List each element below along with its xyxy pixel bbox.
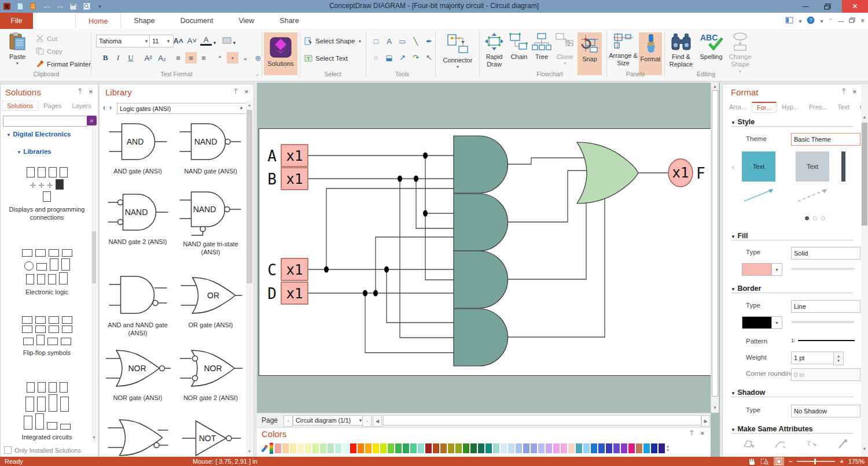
solutions-pin-icon[interactable]: ⍑ xyxy=(78,88,82,95)
tab-home[interactable]: Home xyxy=(75,13,121,29)
color-swatch[interactable] xyxy=(477,443,485,454)
solutions-scrollbar-thumb[interactable] xyxy=(92,231,96,283)
format-scrollbar[interactable]: ▲ ▼ xyxy=(861,84,868,457)
shrink-font-button[interactable]: A˅ xyxy=(186,35,198,46)
tab-presentation[interactable]: Pres... xyxy=(804,102,833,113)
color-swatch[interactable] xyxy=(289,443,297,454)
hscroll-right-icon[interactable]: ▶ xyxy=(701,415,710,427)
theme-card-3-sliver[interactable] xyxy=(841,151,845,182)
color-swatch[interactable] xyxy=(350,443,357,454)
color-swatch[interactable] xyxy=(432,443,440,454)
tab-text[interactable]: Text xyxy=(833,102,855,113)
align-bottom-button[interactable]: ⹀ xyxy=(240,53,251,65)
align-right-button[interactable]: ≡ xyxy=(198,52,209,64)
fill-color-picker[interactable]: ▼ xyxy=(742,263,782,276)
color-swatch[interactable] xyxy=(658,443,665,454)
color-swatch[interactable] xyxy=(605,443,613,454)
color-swatch[interactable] xyxy=(402,443,410,454)
font-color-dropdown-icon[interactable]: ▼ xyxy=(212,37,218,49)
format-pin-icon[interactable]: ⍑ xyxy=(842,88,846,95)
scroll-up-icon[interactable]: ▴ xyxy=(246,101,253,108)
border-type-combo[interactable]: Line xyxy=(791,300,860,313)
color-swatch[interactable] xyxy=(312,443,319,454)
color-swatch[interactable] xyxy=(620,443,628,454)
color-swatch[interactable] xyxy=(274,443,282,454)
color-swatch[interactable] xyxy=(447,443,455,454)
zoom-in-icon[interactable]: + xyxy=(840,458,843,465)
drawing-page[interactable]: A x1 B x1 C x1 D x1 x1 F xyxy=(259,128,711,376)
prev-page-button[interactable]: ‹ xyxy=(284,415,293,427)
rapid-draw-button[interactable]: Rapid Draw xyxy=(481,32,507,68)
canvas-vscrollbar[interactable]: ▲ ▼ xyxy=(711,83,719,413)
pipette-icon[interactable] xyxy=(837,438,848,450)
swatch-spinner[interactable]: ▴▾ xyxy=(667,445,669,452)
library-item-not[interactable]: NOT xyxy=(176,415,245,458)
pen-tool-icon[interactable]: ✒ xyxy=(424,36,435,47)
fill-color-dropdown-icon[interactable]: ▼ xyxy=(771,264,782,275)
find-replace-button[interactable]: Find & Replace xyxy=(667,32,696,68)
input-terminal-a[interactable]: A x1 xyxy=(267,145,308,167)
border-color-dropdown-icon[interactable]: ▼ xyxy=(771,317,782,328)
border-transparency-slider[interactable] xyxy=(791,321,855,323)
tab-arrange[interactable]: Arra... xyxy=(724,102,752,113)
connector-button[interactable]: Connector ▼ xyxy=(439,34,477,69)
callout-tool-icon[interactable]: ▭ xyxy=(397,36,408,47)
close-button[interactable]: ✕ xyxy=(842,0,868,13)
color-swatch[interactable] xyxy=(590,443,598,454)
paste-dropdown-icon[interactable]: ▼ xyxy=(16,61,20,65)
border-section-header[interactable]: ▼ Border xyxy=(731,284,854,293)
font-size-combo[interactable]: 11▼ xyxy=(149,35,174,47)
color-swatch[interactable] xyxy=(545,443,553,454)
tree-libraries[interactable]: ▼ Libraries xyxy=(17,148,52,155)
canvas-area[interactable]: A x1 B x1 C x1 D x1 x1 F xyxy=(257,83,720,457)
minimize-button[interactable]: — xyxy=(796,0,815,13)
checkbox-box[interactable] xyxy=(4,446,12,454)
color-swatch[interactable] xyxy=(410,443,417,454)
color-swatch[interactable] xyxy=(395,443,402,454)
tab-file[interactable]: File xyxy=(0,13,33,29)
same-text-icon[interactable]: T xyxy=(806,438,817,450)
library-item-nand-tristate[interactable]: NAND NAND gate tri-state (ANSI) xyxy=(176,190,245,257)
same-line-icon[interactable] xyxy=(774,438,786,450)
theme-combo[interactable]: Basic Theme xyxy=(791,133,860,146)
fill-transparency-slider[interactable] xyxy=(791,268,855,270)
color-swatch[interactable] xyxy=(327,443,334,454)
solutions-close-icon[interactable]: × xyxy=(89,87,93,96)
canvas-hscrollbar[interactable] xyxy=(383,415,701,426)
color-swatch[interactable] xyxy=(515,443,523,454)
color-swatch[interactable] xyxy=(500,443,507,454)
library-preview-displays[interactable]: ✛ ✛ ✛ Displays and programming connectio… xyxy=(6,165,87,222)
zoom-area-icon[interactable] xyxy=(760,458,769,465)
color-tools-icon[interactable] xyxy=(259,443,270,454)
library-scrollbar-thumb[interactable] xyxy=(247,110,252,283)
canvas-vscrollbar-thumb[interactable] xyxy=(712,90,718,397)
arrow-tool-icon[interactable]: ↗ xyxy=(397,52,408,63)
color-swatch[interactable] xyxy=(282,443,289,454)
tree-digital-electronics[interactable]: ▼ Digital Electronics xyxy=(6,131,71,138)
library-preview-flip-flop[interactable]: Flip-flop symbols xyxy=(6,315,87,357)
library-close-icon[interactable]: × xyxy=(244,87,249,96)
color-swatch[interactable] xyxy=(470,443,477,454)
input-terminal-d[interactable]: D x1 xyxy=(267,282,308,304)
superscript-button[interactable]: A² xyxy=(142,52,154,64)
shadow-section-header[interactable]: ▼ Shadow xyxy=(731,389,854,397)
library-preview-integrated-circuits[interactable]: Integrated circuits xyxy=(6,380,87,441)
style-section-header[interactable]: ▼ Style xyxy=(731,118,854,127)
connector-dropdown-icon[interactable]: ▼ xyxy=(456,65,460,69)
theme-pagination-dots[interactable] xyxy=(805,216,825,220)
tab-pages[interactable]: Pages xyxy=(38,101,67,111)
format-panel-button[interactable]: Format xyxy=(639,32,662,75)
tab-shape[interactable]: Shape xyxy=(121,13,167,29)
and-gate-1[interactable] xyxy=(454,136,508,193)
highlight-dropdown-icon[interactable]: ▼ xyxy=(231,37,237,49)
color-swatch[interactable] xyxy=(334,443,342,454)
doc-restore-icon[interactable] xyxy=(849,17,855,24)
fill-section-header[interactable]: ▼ Fill xyxy=(731,232,854,241)
zoom-slider[interactable] xyxy=(797,461,835,462)
collapse-ribbon-icon[interactable]: ⌃ xyxy=(828,18,833,24)
tab-hyperlink[interactable]: Hyp... xyxy=(777,102,804,113)
color-swatch[interactable] xyxy=(523,443,530,454)
color-swatch[interactable] xyxy=(425,443,432,454)
align-left-button[interactable]: ≡ xyxy=(172,52,184,64)
library-item-nand2[interactable]: NAND NAND gate 2 (ANSI) xyxy=(103,190,172,246)
